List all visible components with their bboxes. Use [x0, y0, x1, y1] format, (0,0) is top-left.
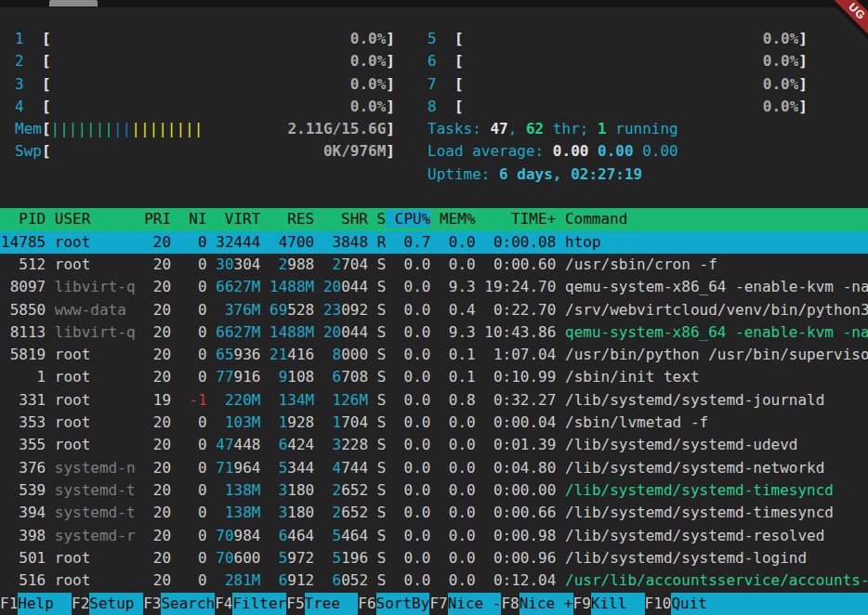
cell	[314, 346, 323, 363]
cell	[368, 346, 377, 363]
fkey-f7[interactable]: F7Nice -	[429, 593, 501, 615]
cpu-meter-1-value: 0.0%	[350, 28, 387, 50]
cell	[207, 459, 217, 477]
cell: 0.0	[395, 413, 431, 431]
cell: 0.0	[395, 346, 431, 363]
column-header-pri[interactable]: PRI	[144, 210, 180, 228]
cell: 848	[341, 233, 368, 251]
column-header-time[interactable]: TIME+	[476, 210, 557, 228]
process-row-539[interactable]: 539 systemd-t 20 0 138M 3180 2652 S 0.0 …	[0, 479, 868, 502]
cell: 20	[144, 368, 171, 386]
process-row-355[interactable]: 355 root 20 0 47448 6424 3228 S 0.0 0.0 …	[0, 434, 868, 456]
process-row-512[interactable]: 512 root 20 0 30304 2988 2704 S 0.0 0.0 …	[0, 254, 868, 276]
cell	[386, 436, 395, 453]
terminal[interactable]: 1 [0.0%]5 [0.0%]2 [0.0%]6 [0.0%]3 [0.0%]…	[0, 7, 868, 615]
tasks-summary-segment: 62	[526, 120, 544, 137]
process-row-398[interactable]: 398 systemd-r 20 0 70984 6464 5464 S 0.0…	[0, 525, 868, 547]
fkey-f10[interactable]: F10Quit	[645, 593, 868, 615]
cell: 19:24.70	[484, 278, 556, 295]
process-row-501[interactable]: 501 root 20 0 70600 5972 5196 S 0.0 0.0 …	[0, 547, 868, 569]
cell	[46, 459, 55, 477]
cell	[136, 549, 145, 567]
f3-action-label: Search	[161, 593, 215, 615]
fkey-f2[interactable]: F2Setup	[72, 593, 143, 615]
cell: /usr/bin/python /usr/bin/superviso	[565, 346, 868, 363]
cell: 0:00.00	[484, 481, 556, 499]
column-header-user[interactable]: USER	[55, 210, 144, 228]
cell: 0:00.98	[484, 527, 556, 544]
cell: 052	[341, 571, 368, 589]
meter-close-bracket: ]	[386, 140, 395, 163]
cell	[136, 233, 145, 251]
fkey-f1[interactable]: F1Help	[0, 593, 72, 615]
column-header-shr[interactable]: SHR	[323, 210, 368, 228]
cell: 0.0	[395, 278, 431, 295]
f8-action-label: Nice +	[519, 593, 573, 615]
column-header-pid[interactable]: PID	[1, 210, 55, 228]
column-header-res[interactable]: RES	[270, 210, 323, 228]
cell	[314, 255, 323, 273]
cell: 512	[1, 255, 46, 273]
f10-action-label: Quit	[671, 593, 868, 615]
cell: 9.3	[440, 323, 476, 341]
process-row-8097[interactable]: 8097 libvirt-q 20 0 6627M 1488M 20044 S …	[0, 276, 868, 298]
column-header-virt[interactable]: VIRT	[216, 210, 270, 228]
fkey-f9[interactable]: F9Kill	[573, 593, 645, 615]
column-header-ni[interactable]: NI	[180, 210, 217, 228]
cell	[136, 255, 145, 273]
cell: 0.0	[440, 436, 476, 453]
cell	[476, 255, 485, 273]
fkey-f5[interactable]: F5Tree	[286, 593, 358, 615]
cell	[556, 571, 565, 589]
cell: 972	[287, 549, 314, 567]
corner-ribbon-wrap: UG	[809, 0, 868, 59]
process-row-8113[interactable]: 8113 libvirt-q 20 0 6627M 1488M 20044 S …	[0, 321, 868, 344]
cell	[171, 413, 180, 431]
column-header-cpu-sorted[interactable]: CPU%	[386, 210, 430, 228]
cell: 1488M	[270, 323, 314, 341]
column-header-mem[interactable]: MEM%	[430, 210, 475, 228]
cell: 0.0	[395, 571, 431, 589]
cell: 3	[323, 436, 341, 453]
fkey-f6[interactable]: F6SortBy	[358, 593, 429, 615]
column-header-s[interactable]: S	[368, 210, 386, 228]
cell: 0.0	[395, 481, 431, 499]
cell: 0	[180, 368, 207, 386]
process-row-353[interactable]: 353 root 20 0 103M 1928 1704 S 0.0 0.0 0…	[0, 412, 868, 434]
meter-close-bracket: ]	[386, 118, 395, 140]
cell: S	[377, 368, 387, 386]
cell: 0.0	[395, 436, 431, 453]
fkey-f8[interactable]: F8Nice +	[501, 593, 572, 615]
process-row-376[interactable]: 376 systemd-n 20 0 71964 5344 4744 S 0.0…	[0, 457, 868, 479]
process-table-header[interactable]: PID USER PRI NI VIRT RES SHR S CPU% MEM%…	[0, 208, 868, 230]
fkey-f4[interactable]: F4Filter	[215, 593, 286, 615]
process-row-331[interactable]: 331 root 19 -1 220M 134M 126M S 0.0 0.8 …	[0, 389, 868, 412]
cell: 220M	[216, 391, 260, 409]
cell	[171, 459, 180, 477]
cell	[556, 368, 565, 386]
cell	[431, 255, 441, 273]
cell: R	[377, 233, 387, 251]
cell	[171, 346, 180, 363]
f7-key-label: F7	[429, 593, 447, 615]
cell	[260, 278, 270, 295]
column-header-command[interactable]: Command	[556, 210, 627, 228]
tasks-summary-segment: 1	[598, 120, 607, 137]
cell	[476, 549, 485, 567]
cell: 30	[216, 255, 233, 273]
cell: 0	[180, 459, 207, 477]
uptime: Uptime: 6 days, 02:27:19	[427, 164, 642, 186]
process-row-1[interactable]: 1 root 20 0 77916 9108 6708 S 0.0 0.1 0:…	[0, 366, 868, 388]
cell: 0.1	[440, 346, 476, 363]
meter-open-bracket: [	[454, 50, 464, 72]
cell	[386, 368, 395, 386]
process-row-394[interactable]: 394 systemd-t 20 0 138M 3180 2652 S 0.0 …	[0, 502, 868, 524]
cell	[136, 368, 145, 386]
process-row-14785[interactable]: 14785 root 20 0 32444 4700 3848 R 0.7 0.…	[0, 231, 868, 254]
cell: 3	[270, 481, 287, 499]
fkey-f3[interactable]: F3Search	[143, 593, 215, 615]
process-row-516[interactable]: 516 root 20 0 281M 6912 6052 S 0.0 0.0 0…	[0, 569, 868, 592]
process-row-5850[interactable]: 5850 www-data 20 0 376M 69528 23092 S 0.…	[0, 299, 868, 321]
cell: libvirt-q	[55, 278, 136, 295]
process-row-5819[interactable]: 5819 root 20 0 65936 21416 8000 S 0.0 0.…	[0, 344, 868, 366]
